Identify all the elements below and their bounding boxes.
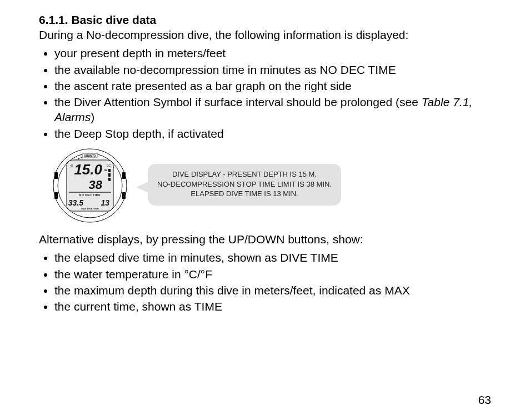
dive-time-reading: 13 [101, 198, 109, 207]
callout-bubble: DIVE DISPLAY - PRESENT DEPTH IS 15 M, NO… [148, 164, 341, 206]
callout-pointer [136, 182, 149, 193]
manual-page: 6.1.1. Basic dive data During a No-decom… [0, 0, 530, 420]
list-item: the Diver Attention Symbol if surface in… [54, 94, 491, 125]
brand-logo: SUUNTO [84, 154, 96, 157]
svg-text:•)): •)) [70, 164, 73, 167]
max-depth-reading: 33.5 [68, 198, 83, 207]
list-item-text-tail: ) [91, 111, 94, 123]
section-number: 6.1.1. [39, 13, 68, 26]
callout-line: NO-DECOMPRESSION STOP TIME LIMIT IS 38 M… [156, 179, 333, 189]
up-button [122, 192, 126, 199]
list-item: the current time, shown as TIME [54, 299, 491, 314]
ndt-label: NO DEC TIME [79, 193, 101, 197]
callout-line: ELAPSED DIVE TIME IS 13 MIN. [156, 189, 333, 199]
callout: DIVE DISPLAY - PRESENT DEPTH IS 15 M, NO… [136, 161, 336, 211]
dive-computer-illustration: SELECT MODE DOWN UP SUUNTO 15.0 [51, 147, 129, 224]
list-item: the available no-decompression time in m… [54, 62, 491, 77]
svg-rect-7 [108, 169, 111, 172]
list-item: the maximum depth during this dive in me… [54, 283, 491, 298]
list-item-text: the Diver Attention Symbol if surface in… [54, 96, 422, 108]
list-item: the elapsed dive time in minutes, shown … [54, 250, 491, 265]
section-title-text: Basic dive data [71, 13, 156, 26]
svg-rect-9 [108, 178, 111, 181]
alt-displays-list: the elapsed dive time in minutes, shown … [39, 250, 491, 314]
bottom-caption: MAX DIVE TIME [81, 207, 99, 210]
depth-reading: 15.0 [74, 161, 102, 178]
depth-unit: m [104, 168, 107, 172]
figure-row: SELECT MODE DOWN UP SUUNTO 15.0 [51, 147, 491, 224]
down-button [54, 192, 58, 199]
list-item: the water temperature in °C/°F [54, 267, 491, 282]
ndt-reading: 38 [89, 178, 103, 192]
section-heading: 6.1.1. Basic dive data [39, 13, 491, 27]
intro-paragraph: During a No-decompression dive, the foll… [39, 28, 491, 42]
select-button [54, 172, 58, 179]
list-item: the ascent rate presented as a bar graph… [54, 78, 491, 93]
svg-text:DC: DC [107, 164, 111, 167]
alt-displays-paragraph: Alternative displays, by pressing the UP… [39, 232, 491, 247]
page-number: 63 [478, 393, 491, 407]
list-item: the Deep Stop depth, if activated [54, 126, 491, 141]
svg-rect-8 [108, 173, 111, 177]
callout-line: DIVE DISPLAY - PRESENT DEPTH IS 15 M, [156, 169, 333, 179]
dive-info-list: your present depth in meters/feet the av… [39, 46, 491, 141]
list-item: your present depth in meters/feet [54, 46, 491, 61]
mode-button [122, 172, 126, 179]
